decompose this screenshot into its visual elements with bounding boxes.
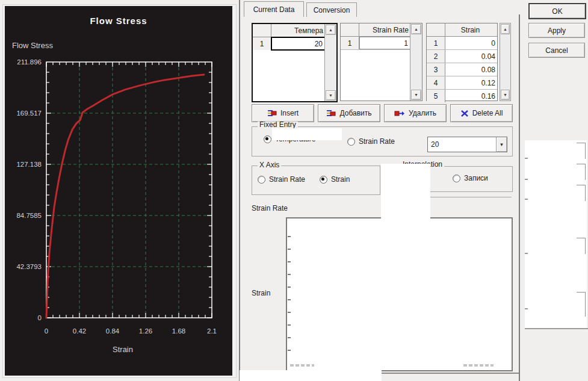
- strain-value-cell[interactable]: 0.16: [445, 90, 497, 102]
- grid-footer-fragment: [290, 364, 314, 367]
- table-row[interactable]: 3 0.08: [427, 63, 497, 76]
- control-border-fragment: [577, 292, 586, 317]
- x-axis-group-title: X Axis: [258, 162, 281, 169]
- delete-all-button-label: Delete All: [472, 109, 503, 117]
- temperature-radio[interactable]: [264, 135, 271, 143]
- redaction-overlay: [272, 128, 342, 140]
- records-radio-label: Записи: [464, 174, 488, 182]
- strain-value-cell[interactable]: 0: [445, 37, 497, 49]
- scroll-up-icon[interactable]: ▲: [411, 24, 421, 34]
- records-radio-row[interactable]: Записи: [453, 174, 488, 182]
- add-button[interactable]: Добавить: [318, 104, 380, 122]
- fixed-strain-rate-radio-label: Strain Rate: [359, 137, 395, 146]
- strain-rate-value-cell[interactable]: 1: [359, 37, 410, 49]
- row-number: 2: [427, 50, 445, 63]
- fixed-strain-rate-radio-row[interactable]: Strain Rate: [347, 137, 395, 146]
- strain-table-header: Strain: [445, 23, 497, 36]
- grid-footer-fragment: [463, 364, 494, 367]
- x-axis-strain-rate-radio[interactable]: [258, 176, 265, 184]
- svg-text:0.84: 0.84: [106, 327, 120, 335]
- delete-all-button[interactable]: Delete All: [450, 104, 513, 122]
- flow-stress-dialog: Flow StressFlow Stress042.379384.7585127…: [0, 0, 588, 381]
- insert-icon: [267, 110, 277, 117]
- svg-text:2.1: 2.1: [207, 327, 217, 335]
- insert-button-label: Insert: [280, 109, 299, 117]
- svg-text:Strain: Strain: [113, 345, 133, 354]
- flow-stress-value-grid[interactable]: [286, 217, 513, 371]
- tab-current-data-label: Current Data: [253, 5, 295, 14]
- strain-rate-table-header: Strain Rate: [359, 23, 410, 36]
- chevron-down-icon[interactable]: ▼: [496, 137, 507, 152]
- control-border-fragment: [577, 185, 586, 201]
- svg-text:211.896: 211.896: [17, 58, 42, 66]
- table-row[interactable]: 5 0.16: [427, 90, 497, 102]
- tab-conversion[interactable]: Conversion: [306, 2, 357, 17]
- fixed-strain-rate-radio[interactable]: [347, 138, 355, 146]
- ok-button-label: OK: [552, 7, 562, 16]
- redaction-overlay: [240, 370, 382, 381]
- remove-button-label: Удалить: [409, 109, 436, 117]
- row-number: 3: [427, 63, 445, 76]
- row-number: 4: [427, 76, 445, 89]
- svg-text:127.138: 127.138: [16, 161, 42, 168]
- x-axis-strain-rate-radio-row[interactable]: Strain Rate: [258, 175, 305, 184]
- tab-current-data[interactable]: Current Data: [244, 1, 304, 17]
- scroll-down-icon[interactable]: ▼: [326, 90, 336, 101]
- insert-button[interactable]: Insert: [252, 104, 314, 122]
- chart-panel: Flow StressFlow Stress042.379384.7585127…: [2, 4, 237, 378]
- redaction-overlay: [381, 164, 430, 219]
- scroll-up-icon[interactable]: ▲: [501, 24, 510, 34]
- scroll-down-icon[interactable]: ▼: [411, 90, 421, 100]
- tab-conversion-label: Conversion: [314, 6, 350, 14]
- scroll-down-icon[interactable]: ▼: [501, 90, 510, 100]
- fixed-value-combobox[interactable]: 20 ▼: [427, 137, 507, 152]
- control-border-fragment: [525, 328, 588, 329]
- strain-rate-table[interactable]: Strain Rate 1 1 ▲ ▼: [340, 23, 422, 101]
- control-border-fragment: [525, 199, 528, 200]
- temperature-value-cell[interactable]: 20: [271, 37, 326, 51]
- strain-value-cell[interactable]: 0.12: [445, 76, 497, 89]
- grid-columns-label: Strain Rate: [252, 204, 288, 212]
- svg-text:42.3793: 42.3793: [16, 263, 42, 270]
- strain-table-scrollbar[interactable]: ▲ ▼: [500, 23, 511, 101]
- apply-button-label: Apply: [548, 26, 566, 35]
- grid-row-ticks: [288, 236, 291, 359]
- control-border-fragment: [525, 308, 528, 309]
- strain-table-corner: [427, 23, 445, 36]
- control-border-fragment: [577, 143, 586, 159]
- control-border-fragment: [577, 238, 586, 254]
- temperature-table-corner: [253, 24, 271, 37]
- svg-text:0: 0: [45, 327, 48, 335]
- remove-button[interactable]: Удалить: [384, 104, 447, 122]
- panel-left-border: [239, 0, 240, 381]
- apply-button[interactable]: Apply: [528, 23, 585, 38]
- svg-text:0.42: 0.42: [73, 327, 86, 335]
- temperature-table[interactable]: Темпера 1 20 ▲ ▼: [252, 23, 338, 102]
- fixed-entry-group-title: Fixed Entry: [258, 122, 298, 128]
- svg-text:84.7585: 84.7585: [16, 212, 42, 219]
- temperature-table-scrollbar[interactable]: ▲ ▼: [324, 24, 336, 101]
- ok-button[interactable]: OK: [528, 3, 586, 19]
- svg-text:0: 0: [38, 314, 42, 321]
- control-border-fragment: [525, 179, 528, 180]
- add-button-label: Добавить: [339, 109, 371, 117]
- x-axis-strain-radio[interactable]: [320, 176, 327, 184]
- strain-value-cell[interactable]: 0.04: [445, 50, 497, 63]
- strain-value-cell[interactable]: 0.08: [445, 63, 497, 76]
- table-row[interactable]: 2 0.04: [427, 50, 497, 63]
- temperature-row-number: 1: [253, 37, 271, 50]
- svg-text:169.517: 169.517: [16, 110, 42, 117]
- strain-rate-table-scrollbar[interactable]: ▲ ▼: [410, 23, 422, 101]
- x-axis-strain-radio-row[interactable]: Strain: [320, 175, 350, 184]
- strain-rate-table-corner: [341, 23, 359, 36]
- table-row[interactable]: 1 0: [427, 37, 497, 50]
- cancel-button[interactable]: Cancel: [528, 43, 585, 58]
- scroll-up-icon[interactable]: ▲: [326, 25, 336, 35]
- panel-right-border: [519, 14, 520, 381]
- strain-table[interactable]: Strain 1 0 2 0.04 3 0.08 4 0.12 5 0.16: [426, 23, 498, 101]
- records-radio[interactable]: [453, 175, 460, 182]
- svg-text:Flow Stress: Flow Stress: [90, 16, 147, 26]
- table-row[interactable]: 4 0.12: [427, 76, 497, 90]
- cancel-button-label: Cancel: [545, 46, 568, 55]
- remove-icon: [394, 110, 405, 117]
